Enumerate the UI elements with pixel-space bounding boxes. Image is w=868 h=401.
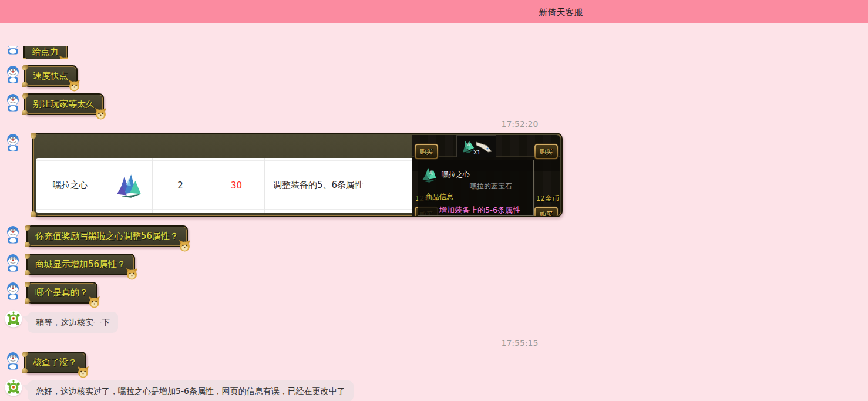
tooltip-item-name: 嘿拉之心 [442, 170, 470, 180]
doraemon-avatar-icon [6, 94, 20, 112]
player-avatar [6, 254, 20, 272]
doraemon-avatar-icon [6, 134, 20, 151]
message-text: 您好，这边核实过了，嘿拉之心是增加5-6条属性，网页的信息有误，已经在更改中了 [36, 386, 345, 396]
doraemon-avatar-icon [6, 282, 20, 300]
doraemon-avatar-icon [6, 66, 20, 83]
image-message-card[interactable]: 嘿拉之心 2 30 调整装备的5、6条属性 购买 购买 购买 购买 X1 12金… [32, 133, 563, 217]
message-row: 你充值奖励写黑啦之心调整56属性？ [26, 225, 188, 247]
support-avatar [5, 310, 22, 328]
message-text: 给点力 [32, 46, 59, 57]
message-text: 哪个是真的？ [35, 287, 88, 298]
gold-mascot-icon [77, 366, 89, 378]
timestamp: 17:55:15 [171, 338, 868, 348]
doraemon-avatar-icon [6, 352, 20, 370]
game-chat-bubble: 核查了没？ [24, 352, 86, 373]
game-shop-screenshot: 购买 购买 购买 购买 X1 12金币 12金币 嘿拉之心 嘿拉的蓝宝石 商品信… [412, 135, 560, 216]
timestamp: 17:52:20 [171, 119, 868, 129]
message-text: 你充值奖励写黑啦之心调整56属性？ [35, 231, 179, 241]
item-icon-cell [105, 158, 153, 213]
player-avatar [6, 352, 20, 370]
gem-icon [420, 165, 438, 184]
gold-mascot-icon [88, 296, 100, 308]
message-text: 稍等，这边核实一下 [36, 318, 110, 327]
game-chat-bubble: 你充值奖励写黑啦之心调整56属性？ [26, 225, 188, 247]
message-row: 稍等，这边核实一下 [28, 312, 118, 333]
player-avatar [6, 66, 20, 83]
message-text: 商城显示增加56属性？ [35, 259, 126, 269]
gold-mascot-icon [59, 55, 68, 59]
game-chat-bubble: 哪个是真的？ [26, 282, 97, 304]
tooltip-info-title: 商品信息 [425, 192, 453, 202]
player-avatar [6, 46, 21, 55]
support-avatar [5, 379, 22, 396]
tooltip-effect-text: 增加装备上的5-6条属性 [439, 205, 520, 215]
player-avatar [6, 226, 20, 244]
message-text: 别让玩家等太久 [33, 99, 95, 109]
message-row: 商城显示增加56属性？ [26, 254, 135, 275]
buy-button: 购买 [534, 144, 558, 159]
support-chat-bubble: 您好，这边核实过了，嘿拉之心是增加5-6条属性，网页的信息有误，已经在更改中了 [28, 380, 354, 401]
item-slot: X1 [456, 135, 496, 157]
message-row: 您好，这边核实过了，嘿拉之心是增加5-6条属性，网页的信息有误，已经在更改中了 [28, 380, 354, 401]
buy-button: 购买 [534, 207, 558, 216]
game-chat-bubble: 速度快点 [24, 65, 78, 87]
item-price-cell: 30 [208, 158, 265, 213]
player-avatar [6, 282, 20, 300]
message-text: 速度快点 [33, 70, 68, 81]
message-row: 哪个是真的？ [26, 282, 97, 304]
item-qty-cell: 2 [153, 158, 208, 213]
gold-mascot-icon [68, 79, 80, 92]
message-row: 核查了没？ [24, 352, 86, 373]
item-count-label: X1 [473, 150, 480, 156]
page-title: 新倚天客服 [539, 7, 583, 18]
game-chat-bubble: 别让玩家等太久 [24, 93, 104, 115]
message-text: 核查了没？ [33, 357, 77, 368]
doraemon-avatar-icon [6, 46, 20, 55]
message-row: 给点力 [23, 46, 68, 59]
gold-mascot-icon [179, 240, 191, 252]
item-table: 嘿拉之心 2 30 调整装备的5、6条属性 [36, 158, 414, 213]
item-price-gold: 12金币 [536, 194, 559, 204]
player-avatar [6, 94, 20, 112]
buy-button: 购买 [415, 144, 438, 159]
green-alien-avatar-icon [5, 310, 22, 328]
item-name-cell: 嘿拉之心 [36, 158, 105, 213]
support-chat-bubble: 稍等，这边核实一下 [28, 312, 118, 333]
green-alien-avatar-icon [5, 379, 22, 396]
message-row: 别让玩家等太久 [24, 93, 104, 115]
player-avatar [6, 134, 20, 151]
message-row: 速度快点 [24, 65, 78, 87]
gold-mascot-icon [95, 107, 107, 120]
item-tooltip: 嘿拉之心 嘿拉的蓝宝石 商品信息 增加装备上的5-6条属性 [418, 160, 534, 216]
game-chat-bubble: 商城显示增加56属性？ [26, 254, 135, 275]
doraemon-avatar-icon [6, 226, 20, 244]
tooltip-item-alias: 嘿拉的蓝宝石 [470, 181, 512, 191]
game-chat-bubble: 给点力 [23, 46, 68, 59]
gold-mascot-icon [126, 268, 138, 280]
doraemon-avatar-icon [6, 254, 20, 272]
crystal-item-icon [114, 173, 143, 198]
item-desc-cell: 调整装备的5、6条属性 [265, 158, 414, 213]
titlebar: 新倚天客服 [0, 0, 868, 23]
